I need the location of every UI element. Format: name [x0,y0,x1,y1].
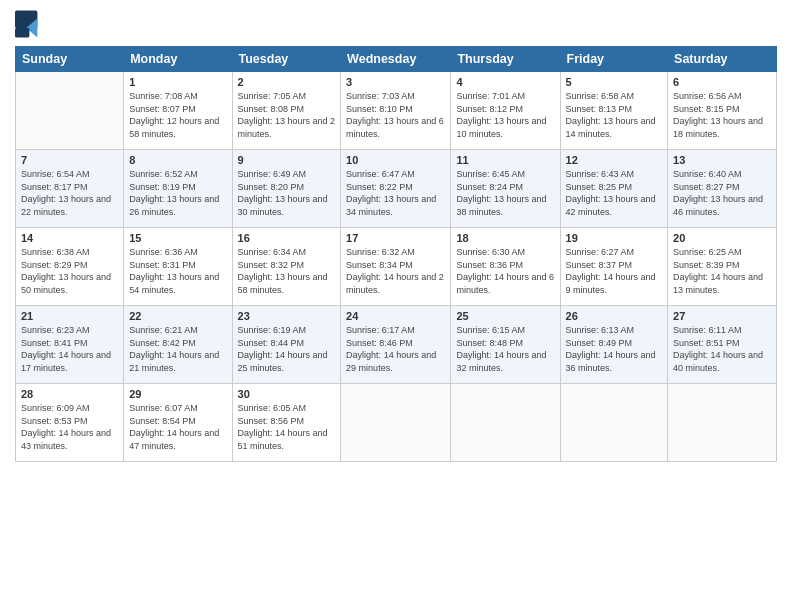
cell-content: Sunrise: 7:03 AMSunset: 8:10 PMDaylight:… [346,90,445,140]
day-number: 8 [129,154,226,166]
calendar-cell: 10Sunrise: 6:47 AMSunset: 8:22 PMDayligh… [341,150,451,228]
logo [15,10,43,38]
day-number: 22 [129,310,226,322]
day-number: 4 [456,76,554,88]
calendar-day-header: Wednesday [341,47,451,72]
cell-content: Sunrise: 6:19 AMSunset: 8:44 PMDaylight:… [238,324,336,374]
logo-icon [15,10,39,38]
calendar-cell [560,384,668,462]
calendar-week-row: 14Sunrise: 6:38 AMSunset: 8:29 PMDayligh… [16,228,777,306]
calendar-cell: 2Sunrise: 7:05 AMSunset: 8:08 PMDaylight… [232,72,341,150]
calendar-day-header: Saturday [668,47,777,72]
cell-content: Sunrise: 7:08 AMSunset: 8:07 PMDaylight:… [129,90,226,140]
day-number: 18 [456,232,554,244]
day-number: 3 [346,76,445,88]
calendar-day-header: Thursday [451,47,560,72]
day-number: 7 [21,154,118,166]
header [15,10,777,38]
cell-content: Sunrise: 6:21 AMSunset: 8:42 PMDaylight:… [129,324,226,374]
day-number: 19 [566,232,663,244]
calendar-cell: 15Sunrise: 6:36 AMSunset: 8:31 PMDayligh… [124,228,232,306]
day-number: 5 [566,76,663,88]
cell-content: Sunrise: 6:36 AMSunset: 8:31 PMDaylight:… [129,246,226,296]
cell-content: Sunrise: 6:15 AMSunset: 8:48 PMDaylight:… [456,324,554,374]
cell-content: Sunrise: 6:38 AMSunset: 8:29 PMDaylight:… [21,246,118,296]
calendar-cell: 28Sunrise: 6:09 AMSunset: 8:53 PMDayligh… [16,384,124,462]
calendar-cell: 30Sunrise: 6:05 AMSunset: 8:56 PMDayligh… [232,384,341,462]
calendar-cell: 25Sunrise: 6:15 AMSunset: 8:48 PMDayligh… [451,306,560,384]
calendar-cell: 9Sunrise: 6:49 AMSunset: 8:20 PMDaylight… [232,150,341,228]
calendar-cell [668,384,777,462]
calendar-table: SundayMondayTuesdayWednesdayThursdayFrid… [15,46,777,462]
cell-content: Sunrise: 6:49 AMSunset: 8:20 PMDaylight:… [238,168,336,218]
cell-content: Sunrise: 6:52 AMSunset: 8:19 PMDaylight:… [129,168,226,218]
day-number: 12 [566,154,663,166]
calendar-cell: 17Sunrise: 6:32 AMSunset: 8:34 PMDayligh… [341,228,451,306]
cell-content: Sunrise: 6:56 AMSunset: 8:15 PMDaylight:… [673,90,771,140]
cell-content: Sunrise: 6:09 AMSunset: 8:53 PMDaylight:… [21,402,118,452]
cell-content: Sunrise: 6:11 AMSunset: 8:51 PMDaylight:… [673,324,771,374]
calendar-cell: 8Sunrise: 6:52 AMSunset: 8:19 PMDaylight… [124,150,232,228]
calendar-cell: 20Sunrise: 6:25 AMSunset: 8:39 PMDayligh… [668,228,777,306]
calendar-cell: 22Sunrise: 6:21 AMSunset: 8:42 PMDayligh… [124,306,232,384]
cell-content: Sunrise: 7:05 AMSunset: 8:08 PMDaylight:… [238,90,336,140]
cell-content: Sunrise: 6:25 AMSunset: 8:39 PMDaylight:… [673,246,771,296]
cell-content: Sunrise: 7:01 AMSunset: 8:12 PMDaylight:… [456,90,554,140]
day-number: 9 [238,154,336,166]
day-number: 10 [346,154,445,166]
calendar-day-header: Friday [560,47,668,72]
calendar-cell: 16Sunrise: 6:34 AMSunset: 8:32 PMDayligh… [232,228,341,306]
day-number: 1 [129,76,226,88]
day-number: 30 [238,388,336,400]
calendar-day-header: Tuesday [232,47,341,72]
cell-content: Sunrise: 6:40 AMSunset: 8:27 PMDaylight:… [673,168,771,218]
cell-content: Sunrise: 6:27 AMSunset: 8:37 PMDaylight:… [566,246,663,296]
calendar-cell: 26Sunrise: 6:13 AMSunset: 8:49 PMDayligh… [560,306,668,384]
day-number: 23 [238,310,336,322]
day-number: 15 [129,232,226,244]
cell-content: Sunrise: 6:17 AMSunset: 8:46 PMDaylight:… [346,324,445,374]
calendar-cell: 14Sunrise: 6:38 AMSunset: 8:29 PMDayligh… [16,228,124,306]
cell-content: Sunrise: 6:43 AMSunset: 8:25 PMDaylight:… [566,168,663,218]
day-number: 17 [346,232,445,244]
calendar-cell [341,384,451,462]
cell-content: Sunrise: 6:47 AMSunset: 8:22 PMDaylight:… [346,168,445,218]
cell-content: Sunrise: 6:30 AMSunset: 8:36 PMDaylight:… [456,246,554,296]
calendar-cell: 5Sunrise: 6:58 AMSunset: 8:13 PMDaylight… [560,72,668,150]
calendar-week-row: 1Sunrise: 7:08 AMSunset: 8:07 PMDaylight… [16,72,777,150]
cell-content: Sunrise: 6:32 AMSunset: 8:34 PMDaylight:… [346,246,445,296]
page: SundayMondayTuesdayWednesdayThursdayFrid… [0,0,792,612]
calendar-header-row: SundayMondayTuesdayWednesdayThursdayFrid… [16,47,777,72]
calendar-cell: 18Sunrise: 6:30 AMSunset: 8:36 PMDayligh… [451,228,560,306]
calendar-cell: 7Sunrise: 6:54 AMSunset: 8:17 PMDaylight… [16,150,124,228]
calendar-cell [451,384,560,462]
calendar-cell: 27Sunrise: 6:11 AMSunset: 8:51 PMDayligh… [668,306,777,384]
calendar-cell: 6Sunrise: 6:56 AMSunset: 8:15 PMDaylight… [668,72,777,150]
svg-rect-2 [15,28,29,38]
cell-content: Sunrise: 6:58 AMSunset: 8:13 PMDaylight:… [566,90,663,140]
cell-content: Sunrise: 6:34 AMSunset: 8:32 PMDaylight:… [238,246,336,296]
calendar-cell: 11Sunrise: 6:45 AMSunset: 8:24 PMDayligh… [451,150,560,228]
day-number: 14 [21,232,118,244]
cell-content: Sunrise: 6:13 AMSunset: 8:49 PMDaylight:… [566,324,663,374]
day-number: 20 [673,232,771,244]
day-number: 21 [21,310,118,322]
day-number: 2 [238,76,336,88]
day-number: 16 [238,232,336,244]
calendar-cell: 13Sunrise: 6:40 AMSunset: 8:27 PMDayligh… [668,150,777,228]
calendar-week-row: 28Sunrise: 6:09 AMSunset: 8:53 PMDayligh… [16,384,777,462]
day-number: 6 [673,76,771,88]
calendar-week-row: 21Sunrise: 6:23 AMSunset: 8:41 PMDayligh… [16,306,777,384]
calendar-cell: 1Sunrise: 7:08 AMSunset: 8:07 PMDaylight… [124,72,232,150]
day-number: 27 [673,310,771,322]
cell-content: Sunrise: 6:07 AMSunset: 8:54 PMDaylight:… [129,402,226,452]
calendar-cell: 24Sunrise: 6:17 AMSunset: 8:46 PMDayligh… [341,306,451,384]
calendar-cell: 23Sunrise: 6:19 AMSunset: 8:44 PMDayligh… [232,306,341,384]
calendar-cell: 19Sunrise: 6:27 AMSunset: 8:37 PMDayligh… [560,228,668,306]
cell-content: Sunrise: 6:23 AMSunset: 8:41 PMDaylight:… [21,324,118,374]
day-number: 28 [21,388,118,400]
calendar-day-header: Sunday [16,47,124,72]
cell-content: Sunrise: 6:45 AMSunset: 8:24 PMDaylight:… [456,168,554,218]
day-number: 11 [456,154,554,166]
day-number: 24 [346,310,445,322]
